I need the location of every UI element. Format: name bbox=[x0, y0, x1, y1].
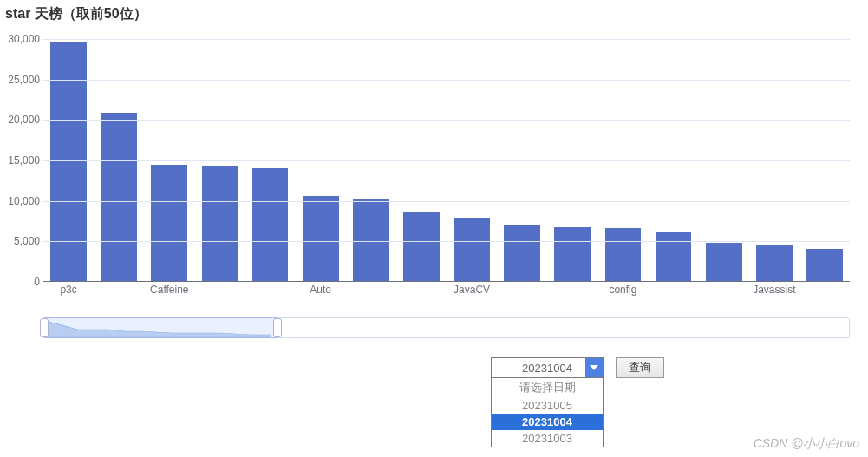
y-tick-label: 0 bbox=[0, 276, 40, 288]
bar[interactable] bbox=[656, 232, 692, 281]
y-tick-label: 30,000 bbox=[0, 33, 40, 45]
bar[interactable] bbox=[806, 249, 843, 281]
x-tick-label: Auto bbox=[296, 284, 346, 296]
x-tick-label bbox=[396, 284, 447, 296]
bar[interactable] bbox=[303, 196, 339, 281]
bar[interactable] bbox=[202, 166, 238, 281]
zoom-handle-left[interactable] bbox=[40, 318, 49, 337]
dropdown-option[interactable]: 20231004 bbox=[492, 414, 603, 430]
x-tick-label bbox=[194, 284, 245, 296]
zoom-handle-right[interactable] bbox=[273, 318, 282, 337]
bar[interactable] bbox=[756, 245, 793, 281]
data-zoom-slider[interactable] bbox=[43, 317, 850, 338]
x-axis: p3cCaffeineAutoJavaCVconfigJavassist bbox=[43, 284, 850, 296]
bar[interactable] bbox=[353, 199, 389, 281]
bar[interactable] bbox=[504, 225, 540, 281]
grid-line bbox=[43, 39, 850, 40]
y-tick-label: 20,000 bbox=[0, 114, 40, 126]
page-title: star 天榜（取前50位） bbox=[0, 0, 868, 23]
plot-area bbox=[43, 39, 850, 282]
x-tick-label bbox=[799, 284, 850, 296]
grid-line bbox=[43, 160, 850, 161]
x-tick-label bbox=[94, 284, 144, 296]
bar[interactable] bbox=[706, 243, 742, 281]
date-dropdown[interactable]: 请选择日期202310052023100420231003 bbox=[491, 377, 604, 447]
bar[interactable] bbox=[101, 113, 137, 281]
x-tick-label: JavaCV bbox=[447, 284, 497, 296]
grid-line bbox=[43, 120, 850, 121]
bar[interactable] bbox=[605, 228, 642, 281]
x-tick-label bbox=[346, 284, 396, 296]
y-tick-label: 25,000 bbox=[0, 74, 40, 86]
x-tick-label: config bbox=[597, 284, 648, 296]
date-select-value: 20231004 bbox=[522, 362, 572, 375]
grid-line bbox=[43, 201, 850, 202]
x-tick-label bbox=[547, 284, 597, 296]
x-tick-label: Caffeine bbox=[144, 284, 194, 296]
bar[interactable] bbox=[252, 168, 289, 281]
y-tick-label: 10,000 bbox=[0, 195, 40, 207]
chart-area: 05,00010,00015,00020,00025,00030,000 p3c… bbox=[43, 39, 850, 291]
x-tick-label bbox=[245, 284, 296, 296]
x-tick-label: p3c bbox=[43, 284, 94, 296]
y-axis: 05,00010,00015,00020,00025,00030,000 bbox=[0, 39, 40, 282]
watermark: CSDN @小小白ovo bbox=[754, 436, 859, 452]
x-tick-label: Javassist bbox=[749, 284, 799, 296]
y-tick-label: 15,000 bbox=[0, 154, 40, 166]
zoom-window[interactable] bbox=[44, 317, 277, 338]
x-tick-label bbox=[699, 284, 749, 296]
grid-line bbox=[43, 241, 850, 242]
bar[interactable] bbox=[554, 227, 591, 281]
bar[interactable] bbox=[454, 218, 490, 281]
y-tick-label: 5,000 bbox=[0, 235, 40, 247]
dropdown-option[interactable]: 20231003 bbox=[492, 430, 603, 447]
chevron-down-icon[interactable] bbox=[585, 358, 603, 377]
date-select[interactable]: 20231004 请选择日期202310052023100420231003 bbox=[491, 357, 604, 378]
x-tick-label bbox=[649, 284, 699, 296]
dropdown-placeholder: 请选择日期 bbox=[492, 378, 603, 397]
dropdown-option[interactable]: 20231005 bbox=[492, 397, 603, 414]
x-tick-label bbox=[497, 284, 547, 296]
controls: 20231004 请选择日期202310052023100420231003 查… bbox=[491, 357, 664, 378]
date-select-box[interactable]: 20231004 bbox=[491, 357, 604, 378]
grid-line bbox=[43, 80, 850, 81]
query-button[interactable]: 查询 bbox=[616, 357, 664, 378]
bar[interactable] bbox=[403, 212, 440, 281]
bar[interactable] bbox=[151, 165, 187, 281]
